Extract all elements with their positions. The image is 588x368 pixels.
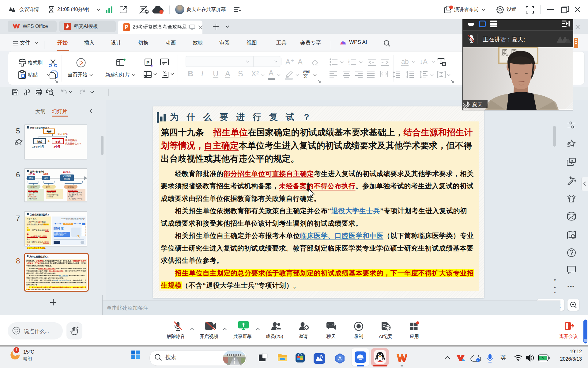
- svg-text:3: 3: [348, 63, 350, 66]
- svg-text:P: P: [146, 60, 149, 65]
